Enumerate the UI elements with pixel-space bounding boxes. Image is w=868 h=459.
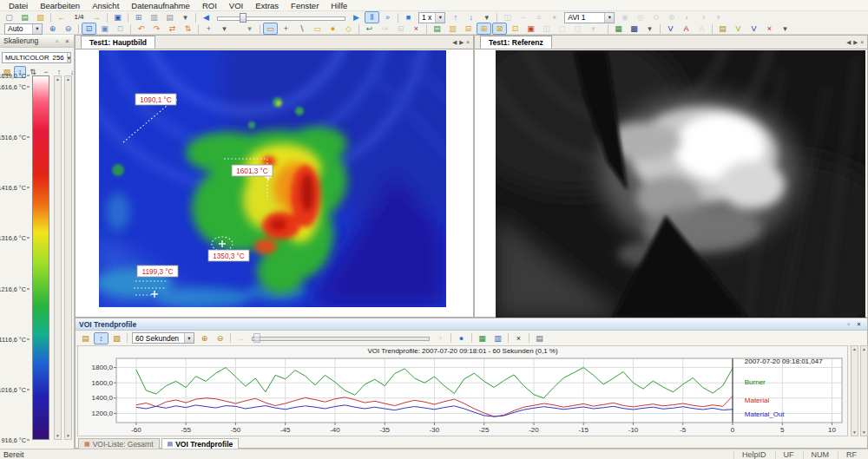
tab-referenz[interactable]: Test1: Referenz [480,36,552,49]
trend-delete-icon[interactable]: × [511,332,526,344]
close-icon[interactable]: × [62,37,72,45]
tab-close-icon[interactable]: × [466,39,470,46]
rotate-left-icon[interactable]: ↶ [134,23,148,35]
trend-zoom-in-icon[interactable]: ⊕ [197,332,212,344]
voi-edit-icon[interactable]: A [694,23,709,35]
voi-trend-icon[interactable]: V [746,23,761,35]
sequence-stop-icon[interactable]: ◑ [695,11,710,23]
trend-export-excel-icon[interactable]: ▦ [475,332,490,344]
menu-fenster[interactable]: Fenster [285,1,325,10]
flip-horizontal-icon[interactable]: ⇄ [165,23,180,35]
flip-vertical-icon[interactable]: ⇅ [181,23,195,35]
scroll-down-icon[interactable]: ▾ [863,429,865,436]
tab-scroll-left-icon[interactable]: ◀ [452,39,457,46]
statusbar-num[interactable]: NUM [803,450,838,459]
trend-scroll-slider[interactable] [252,333,430,343]
roi-from-image-icon[interactable]: ⊠ [492,23,507,35]
original-size-icon[interactable]: ▣ [97,23,112,35]
zoom-mode-combo[interactable]: Auto ▾ [4,23,43,35]
voi-delete-icon[interactable]: × [762,23,777,35]
statusbar-helpid[interactable]: HelpID [733,450,774,459]
voi-add-icon[interactable]: V [663,23,678,35]
scroll-down-icon[interactable]: ▾ [56,433,59,439]
pin-icon[interactable]: ▫ [844,320,853,328]
menu-datenaufnahme[interactable]: Datenaufnahme [125,1,196,10]
playback-position-slider[interactable] [217,13,345,23]
roi-apply-icon[interactable]: ▣ [523,23,538,35]
chevron-down-icon[interactable]: ▾ [435,13,444,23]
scale-max-scrollbar[interactable]: ▴ ▾ [54,75,62,440]
menu-voi[interactable]: VOI [223,1,249,10]
scroll-down-icon[interactable]: ▾ [67,433,69,439]
roi-rectangle-icon[interactable]: ▭ [310,23,325,35]
menu-hilfe[interactable]: Hilfe [325,1,353,10]
roi-list-icon[interactable]: ▥ [445,23,460,35]
scroll-up-icon[interactable]: ▴ [853,346,856,352]
freeze-image-icon[interactable]: − [516,11,530,23]
live-image-icon[interactable]: ◫ [500,11,515,23]
slider-thumb[interactable] [240,13,247,23]
fast-forward-icon[interactable]: » [380,11,395,23]
rotate-right-icon[interactable]: ↷ [149,23,164,35]
tab-scroll-left-icon[interactable]: ◀ [846,39,851,46]
menu-bearbeiten[interactable]: Bearbeiten [34,1,86,10]
palette-combo[interactable]: MULTICOLOR 256 ▾ [2,52,71,63]
slider-thumb[interactable] [253,333,260,343]
chevron-down-icon[interactable]: ▾ [184,333,194,343]
voi-more-dropdown-icon[interactable]: ▾ [778,23,792,35]
trend-y-scrollbar-2[interactable]: ▴ ▾ [860,345,868,436]
playback-dropdown-icon[interactable]: ▾ [479,11,494,23]
zoom-out-icon[interactable]: ⊖ [61,23,76,35]
voi-table-icon[interactable]: ▦ [611,23,626,35]
record-icon[interactable]: ◉ [617,11,632,23]
trend-print-icon[interactable]: ▤ [532,332,547,344]
tab-hauptbild[interactable]: Test1: Hauptbild [81,36,155,49]
thermal-image-canvas[interactable]: 1090,1 °C1601,3 °C1350,3 °C1199,3 °C [99,50,446,307]
roi-import-icon[interactable]: ⊟ [461,23,476,35]
reference-image[interactable] [496,50,865,318]
chevron-down-icon[interactable]: ▾ [604,13,614,23]
roi-ungroup-icon[interactable]: ◻ [555,23,569,35]
fullscreen-icon[interactable]: □ [113,23,128,35]
trend-pan-icon[interactable]: ↔ [233,332,248,344]
roi-line-icon[interactable]: ∖ [294,23,309,35]
trend-marker-icon[interactable]: + [433,332,448,344]
stop-icon[interactable]: ■ [401,11,416,23]
save-icon[interactable]: ▣ [110,11,125,23]
pause-icon[interactable]: Ⅱ [365,11,379,23]
avi-select-combo[interactable]: AVI 1 ▾ [564,12,615,23]
trend-y-scrollbar-1[interactable]: ▴ ▾ [851,345,858,436]
menu-roi[interactable]: ROI [196,1,223,10]
scroll-down-icon[interactable]: ▾ [853,429,856,436]
trend-cursor-icon[interactable]: ● [454,332,469,344]
thermal-image[interactable]: 1090,1 °C1601,3 °C1350,3 °C1199,3 °C [99,50,446,307]
playback-speed-combo[interactable]: 1 x ▾ [418,12,445,23]
zoom-in-icon[interactable]: ⊕ [45,23,60,35]
trend-interval-combo[interactable]: 60 Sekunden ▾ [132,332,194,344]
snapshot-series-icon[interactable]: ⊗ [664,11,679,23]
roi-copy-icon[interactable]: ⊞ [393,23,408,35]
record-dropdown-icon[interactable]: ▾ [711,11,726,23]
roi-table-icon[interactable]: ▤ [430,23,444,35]
roi-delete-icon[interactable]: × [409,23,424,35]
scale-min-scrollbar[interactable]: ▴ ▾ [64,75,72,440]
voi-matrix-icon[interactable]: ▩ [627,23,641,35]
tab-scroll-right-icon[interactable]: ▶ [853,39,858,46]
trend-autoscale-icon[interactable]: ↕ [94,332,108,344]
close-icon[interactable]: × [854,320,864,328]
new-document-icon[interactable]: ▢ [2,11,16,23]
voi-profile-icon[interactable]: V [731,23,746,35]
palette-gradient-bar[interactable] [32,75,49,440]
roi-select-icon[interactable]: ▭ [263,23,278,35]
difference-image-icon[interactable]: ≡ [531,11,546,23]
roi-redo-icon[interactable]: ↪ [378,23,392,35]
print-image-icon[interactable]: ▤ [162,11,177,23]
sequence-icon[interactable]: ◐ [680,11,694,23]
reference-image-canvas[interactable] [496,50,865,318]
voi-area-icon[interactable]: A [679,23,694,35]
open-folder-icon[interactable]: ▨ [33,11,48,23]
roi-lock-icon[interactable]: ◻ [570,23,585,35]
roi-polygon-icon[interactable]: ◇ [341,23,356,35]
trend-settings-icon[interactable]: ▧ [109,332,124,344]
export-image-icon[interactable]: ▥ [147,11,161,23]
